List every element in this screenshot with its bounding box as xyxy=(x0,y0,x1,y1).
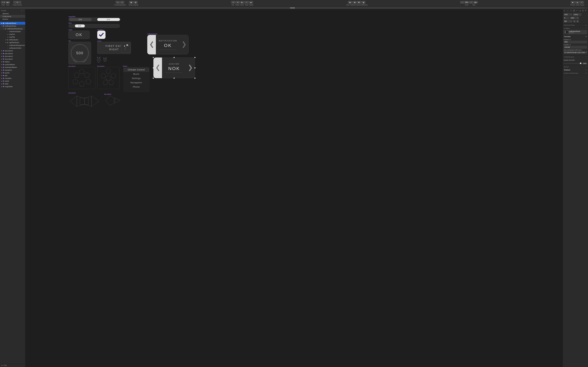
canvas[interactable]: rangeSlider slider switch checkBox dial … xyxy=(26,9,562,367)
left-nav-button[interactable] xyxy=(147,35,156,54)
layers-list[interactable]: ▶⬒notificationPanel▼⬒notificationPanel▼▣… xyxy=(0,22,25,364)
symbol-selector[interactable]: notificationPanel Symbols/ xyxy=(564,30,587,34)
layer-row[interactable]: ▶⬒switch xyxy=(0,80,25,83)
page-item[interactable]: Sketches xyxy=(0,12,25,15)
artboard-popupIcon[interactable] xyxy=(121,43,130,52)
mask-button[interactable]: ◐ xyxy=(240,1,244,4)
opacity-slider[interactable] xyxy=(564,63,581,64)
align-center-icon[interactable]: │ xyxy=(567,10,569,12)
selected-symbol-instance[interactable]: override NOK xyxy=(153,58,195,78)
scale-button[interactable]: ⤢ xyxy=(244,1,249,4)
group-button[interactable]: ▦ xyxy=(129,1,133,4)
export-button[interactable]: ⇪ xyxy=(579,1,584,4)
align-right-icon[interactable]: ▕ xyxy=(570,10,572,12)
artboard-destinationMarker[interactable] xyxy=(97,58,100,63)
layer-row[interactable]: ▶⬒listItem xyxy=(0,60,25,63)
artboard-rangeSlider[interactable]: OK OK xyxy=(69,17,121,21)
artboard-notificationPanel[interactable]: NOTIFICATION OK xyxy=(147,35,189,54)
list-item[interactable]: Climate Control xyxy=(124,67,149,72)
artboard-decorative1[interactable] xyxy=(69,67,95,89)
preview-button[interactable]: ▶ xyxy=(571,1,575,4)
data-button[interactable]: ◆ ▾ xyxy=(6,1,10,4)
layer-row[interactable]: ▶⬒destinationMarker xyxy=(0,66,25,69)
slider-knob[interactable]: OK xyxy=(75,25,85,27)
layer-row[interactable]: AamsgText xyxy=(0,33,25,36)
backward-button[interactable]: ▭ xyxy=(120,1,124,4)
artboard-switch[interactable]: OK xyxy=(69,31,90,39)
artboard-label[interactable]: rangeSlider xyxy=(69,16,76,17)
artboard-label[interactable]: checkBox xyxy=(97,29,103,31)
layer-row[interactable]: ▶⬒checkBox xyxy=(0,77,25,80)
add-page-icon[interactable]: ＋ xyxy=(21,10,22,12)
page-item[interactable]: Screens xyxy=(0,18,25,20)
artboard-label[interactable]: dial xyxy=(69,40,71,42)
flatten-button[interactable]: ▬ xyxy=(249,1,253,4)
appearance-chevron-icon[interactable]: ˅ xyxy=(586,56,587,58)
artboard-label[interactable]: switch xyxy=(69,29,72,31)
layer-row[interactable]: ▭underlineGraphic xyxy=(0,30,25,33)
tab-add-button[interactable]: ＋ xyxy=(585,7,588,9)
y-field[interactable]: Y xyxy=(573,13,581,16)
flip-h-icon[interactable]: ⇋ xyxy=(573,20,576,23)
layer-row[interactable]: ▶⬒popupIcon xyxy=(0,69,25,71)
align-top-icon[interactable]: ┳ xyxy=(579,10,581,12)
layer-row[interactable]: ▶▣leftNavButton xyxy=(0,38,25,41)
layer-row[interactable]: ▶⬒decorative1 xyxy=(0,58,25,60)
override-leftArrow-select[interactable]: Styles/Rectangle Copy 9 Style▾ xyxy=(564,51,587,54)
add-prototyping-icon[interactable]: ＋ xyxy=(585,24,587,27)
artboard-label[interactable]: slider xyxy=(69,22,72,24)
union-button[interactable]: ◧ xyxy=(348,1,352,4)
layer-row[interactable]: ▶⬒notificationPanel xyxy=(0,22,25,25)
artboard-positionMarker[interactable] xyxy=(103,58,107,62)
flip-v-icon[interactable]: ⇵ xyxy=(576,20,579,23)
layer-row[interactable]: ▶⬒popUp xyxy=(0,71,25,74)
style-chevron-icon[interactable]: ˅ xyxy=(586,66,587,68)
layer-row[interactable]: ▶⬒slider xyxy=(0,83,25,85)
layer-row[interactable]: ▶⬒positionMarker xyxy=(0,63,25,66)
layer-row[interactable]: ▶⬒decorative3 xyxy=(0,52,25,55)
edit-button[interactable]: ✎ xyxy=(231,1,235,4)
insert-button[interactable]: ＋ ▾ xyxy=(1,1,6,4)
list-item[interactable]: Settings xyxy=(124,76,149,80)
list-item[interactable]: Phone xyxy=(124,85,149,89)
artboard-decorative2[interactable] xyxy=(97,67,120,89)
right-nav-button[interactable] xyxy=(180,35,189,54)
forward-button[interactable]: ▭ xyxy=(116,1,120,4)
override-msgTitle-field[interactable] xyxy=(564,46,587,49)
artboard-label[interactable]: decorative3 xyxy=(69,92,76,94)
align-left-icon[interactable]: ▏ xyxy=(564,10,566,12)
artboard-decorative4[interactable] xyxy=(104,95,121,106)
layer-filter[interactable]: ⚙ Filter xyxy=(0,364,25,367)
artboard-label[interactable]: listItem xyxy=(123,66,127,67)
subtract-button[interactable]: ◨ xyxy=(352,1,357,4)
reset-overrides-icon[interactable]: ⟲ xyxy=(585,36,587,38)
range-right-knob[interactable]: OK xyxy=(97,18,120,21)
layer-row[interactable]: ▶⬒decorative4 xyxy=(0,49,25,52)
distribute-v-icon[interactable]: ═ xyxy=(576,10,578,12)
layer-row[interactable]: AamsgTitle xyxy=(0,36,25,38)
zoom-percentage[interactable]: 36% xyxy=(465,1,469,4)
artboard-label[interactable]: decorative2 xyxy=(97,66,104,67)
align-bottom-icon[interactable]: ┻ xyxy=(585,10,587,12)
layer-row[interactable]: ▶▣rightNavButton xyxy=(0,41,25,44)
layer-row[interactable]: ▭notificationBackground xyxy=(0,44,25,47)
distribute-h-icon[interactable]: ┃┃ xyxy=(573,10,575,12)
artboard-listItem[interactable]: Climate ControlMusicSettingsNavigationPh… xyxy=(123,67,150,92)
override-msgText-field[interactable] xyxy=(564,41,587,43)
collapse-pages-icon[interactable]: ˄ xyxy=(23,10,24,11)
layer-row[interactable]: ▶⬒rangeSlider xyxy=(0,85,25,88)
layer-row[interactable]: ▶⬒dial xyxy=(0,74,25,77)
create-symbol-button[interactable]: ⟳ xyxy=(13,1,21,4)
x-field[interactable]: X xyxy=(564,13,572,16)
rotate-button[interactable]: ⟲ xyxy=(235,1,240,4)
opacity-value[interactable]: 100% xyxy=(582,62,587,65)
cloud-button[interactable]: ☁ xyxy=(575,1,579,4)
zoom-out-button[interactable]: − xyxy=(460,1,464,4)
list-item[interactable]: Music xyxy=(124,72,149,76)
layer-row[interactable]: ▼⬒notificationPanel xyxy=(0,25,25,27)
layer-row[interactable]: ▼▣notificationPanelGroup xyxy=(0,27,25,30)
intersect-button[interactable]: ◩ xyxy=(357,1,361,4)
tab-boards[interactable]: boards xyxy=(0,7,585,9)
artboard-dial[interactable]: 500 xyxy=(69,42,91,64)
zoom-in-button[interactable]: ＋ xyxy=(469,1,473,4)
